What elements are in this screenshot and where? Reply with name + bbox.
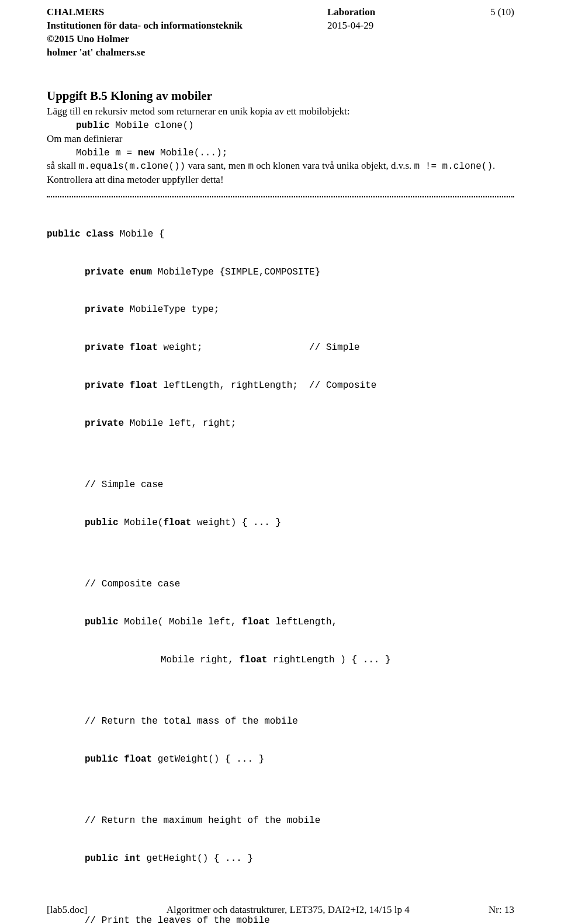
keyword-public: public (76, 120, 110, 131)
code-new-mobile: Mobile m = new Mobile(...); (76, 147, 514, 160)
section-title: Uppgift B.5 Kloning av mobiler (47, 88, 514, 104)
divider-dotted (47, 196, 514, 197)
header-left: CHALMERS Institutionen för data- och inf… (47, 6, 327, 60)
page-footer: [lab5.doc] Algoritmer och datastrukturer… (47, 904, 514, 917)
footer-mid: Algoritmer och datastrukturer, LET375, D… (167, 904, 410, 917)
page-number: 5 (10) (468, 6, 514, 19)
doc-title: Laboration (327, 6, 468, 19)
header-mid: Laboration 2015-04-29 (327, 6, 468, 60)
org-name: CHALMERS (47, 6, 327, 19)
define-paragraph: Om man definierar (47, 133, 514, 146)
footer-left: [lab5.doc] (47, 904, 87, 917)
page-header: CHALMERS Institutionen för data- och inf… (47, 6, 514, 60)
header-right: 5 (10) (468, 6, 514, 60)
keyword-new: new (138, 148, 155, 158)
copyright: ©2015 Uno Holmer (47, 33, 327, 46)
footer-right: Nr: 13 (489, 904, 514, 917)
explanation-paragraph: så skall m.equals(m.clone()) vara sant, … (47, 159, 514, 187)
contact: holmer 'at' chalmers.se (47, 46, 327, 60)
code-block: public class Mobile { private enum Mobil… (47, 203, 514, 924)
intro-paragraph: Lägg till en rekursiv metod som returner… (47, 105, 514, 119)
department: Institutionen för data- och informations… (47, 19, 327, 33)
code-signature-clone: public Mobile clone() (76, 120, 514, 133)
doc-date: 2015-04-29 (327, 19, 468, 33)
